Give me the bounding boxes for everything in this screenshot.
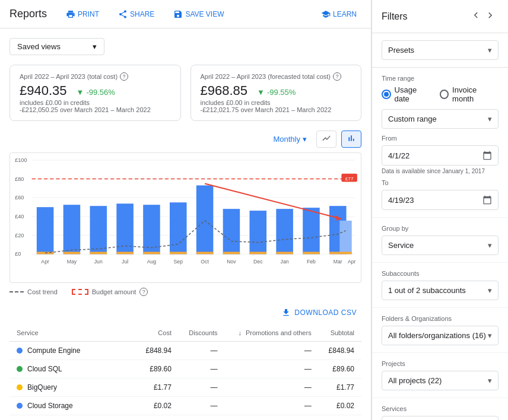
service-color-dot (17, 366, 23, 372)
projects-section: Projects All projects (22) ▾ (372, 353, 508, 398)
from-date-value: 4/1/22 (388, 151, 409, 160)
svg-rect-27 (223, 252, 240, 254)
cost-table: Service Cost Discounts ↓ Promotions and … (9, 324, 361, 420)
learn-button[interactable]: LEARN (316, 7, 361, 21)
custom-range-dropdown[interactable]: Custom range ▾ (382, 109, 499, 129)
download-row: DOWNLOAD CSV (9, 306, 361, 320)
presets-section: Presets ▾ (372, 33, 508, 68)
service-color-dot (17, 403, 23, 409)
service-color-dot (17, 384, 23, 390)
table-row: Kubernetes Engine £0.01 — — £0.01 (9, 415, 361, 421)
forecasted-cost-help-icon[interactable]: ? (333, 72, 341, 81)
subaccounts-value: 1 out of 2 subaccounts (388, 286, 466, 295)
share-button[interactable]: SHARE (113, 7, 159, 21)
folders-orgs-dropdown[interactable]: All folders/organizations (16) ▾ (382, 326, 499, 345)
promotions-cell-2: — (225, 378, 319, 397)
presets-dropdown[interactable]: Presets ▾ (382, 40, 499, 60)
time-range-section: Time range Usage date Invoice month Cust… (372, 68, 508, 218)
projects-chevron-icon: ▾ (488, 376, 492, 385)
services-dropdown[interactable]: All services (14) ▾ (382, 416, 499, 420)
svg-rect-17 (90, 252, 107, 254)
save-icon (173, 9, 183, 19)
promotions-cell-1: — (225, 360, 319, 378)
header-actions: PRINT SHARE SAVE VIEW (61, 7, 228, 21)
invoice-month-radio[interactable]: Invoice month (440, 85, 499, 103)
saved-views-chevron-icon: ▾ (93, 42, 97, 51)
service-cell-3: Cloud Storage (9, 397, 136, 415)
budget-help-icon[interactable]: ? (139, 288, 148, 296)
total-cost-amount: £940.35 (20, 83, 67, 98)
svg-rect-23 (170, 252, 187, 254)
total-cost-card: April 2022 – April 2023 (total cost) ? £… (9, 65, 181, 121)
projects-dropdown[interactable]: All projects (22) ▾ (382, 371, 499, 390)
bar-chart-button[interactable] (341, 131, 361, 148)
from-date-input[interactable]: 4/1/22 (382, 145, 499, 166)
forecasted-cost-row: £968.85 ▼ -99.55% (201, 83, 352, 99)
col-service: Service (9, 324, 136, 342)
col-cost: Cost (136, 324, 179, 342)
svg-rect-25 (196, 252, 214, 254)
forecasted-cost-amount: £968.85 (201, 83, 248, 98)
collapse-filters-button[interactable] (468, 7, 499, 26)
svg-text:Dec: Dec (253, 259, 263, 265)
subtotal-cell-4: £0.01 (319, 415, 361, 421)
projects-value: All projects (22) (388, 376, 442, 385)
svg-text:May: May (67, 259, 77, 265)
to-date-input[interactable]: 4/19/23 (382, 190, 499, 210)
filters-panel: Filters Presets ▾ Time range Usage date … (372, 0, 508, 420)
download-icon (281, 308, 291, 317)
promotions-cell-0: — (225, 342, 319, 360)
svg-text:Oct: Oct (201, 259, 209, 265)
save-view-button[interactable]: SAVE VIEW (169, 7, 228, 21)
subtotal-cell-0: £848.94 (319, 342, 361, 360)
download-csv-button[interactable]: DOWNLOAD CSV (277, 306, 361, 320)
custom-range-chevron-icon: ▾ (488, 114, 492, 123)
saved-views-dropdown[interactable]: Saved views ▾ (9, 38, 104, 55)
svg-rect-37 (339, 252, 351, 254)
print-icon (66, 9, 75, 19)
monthly-button[interactable]: Monthly ▾ (268, 132, 312, 146)
subaccounts-chevron-icon: ▾ (488, 286, 492, 295)
svg-text:Jun: Jun (94, 259, 103, 265)
cost-trend-label: Cost trend (27, 288, 58, 295)
svg-text:Jul: Jul (122, 259, 128, 265)
total-cost-includes: includes £0.00 in credits (20, 99, 171, 106)
cost-trend-dash-icon (9, 291, 24, 292)
filters-header: Filters (372, 0, 508, 33)
learn-icon (321, 9, 331, 19)
monthly-chevron-icon: ▾ (303, 135, 307, 144)
svg-text:Nov: Nov (227, 259, 236, 265)
service-name: Cloud SQL (27, 365, 62, 373)
col-discounts: Discounts (179, 324, 225, 342)
table-row: Cloud SQL £89.60 — — £89.60 (9, 360, 361, 378)
filters-title: Filters (382, 11, 408, 22)
svg-text:Jan: Jan (281, 259, 289, 265)
print-button[interactable]: PRINT (61, 7, 104, 21)
table-row: Cloud Storage £0.02 — — £0.02 (9, 397, 361, 415)
subtotal-cell-3: £0.02 (319, 397, 361, 415)
line-chart-button[interactable] (316, 131, 336, 148)
svg-rect-33 (303, 252, 320, 254)
budget-amount-legend: Budget amount ? (72, 288, 148, 296)
total-cost-row: £940.35 ▼ -99.56% (20, 83, 171, 99)
calendar-to-icon (482, 195, 492, 205)
group-by-dropdown[interactable]: Service ▾ (382, 236, 499, 255)
svg-rect-15 (64, 252, 81, 254)
subaccounts-dropdown[interactable]: 1 out of 2 subaccounts ▾ (382, 281, 499, 300)
download-label: DOWNLOAD CSV (294, 308, 357, 317)
chart-container: £100 £80 £60 £40 £20 £0 (9, 152, 361, 283)
group-by-label: Group by (382, 225, 499, 232)
discounts-cell-4: — (179, 415, 225, 421)
subaccounts-label: Subaccounts (382, 270, 499, 277)
usage-date-radio[interactable]: Usage date (382, 85, 433, 103)
chart-controls: Monthly ▾ (9, 131, 361, 148)
svg-text:£40: £40 (15, 214, 24, 219)
total-cost-title: April 2022 – April 2023 (total cost) ? (20, 72, 171, 81)
col-subtotal: Subtotal (319, 324, 361, 342)
svg-rect-26 (223, 209, 240, 254)
main-panel: Reports PRINT SHARE SAVE VIEW LEARN Save… (0, 0, 372, 420)
folders-orgs-section: Folders & Organizations All folders/orga… (372, 308, 508, 353)
promotions-cell-4: — (225, 415, 319, 421)
services-section: Services All services (14) ▾ (372, 398, 508, 420)
total-cost-help-icon[interactable]: ? (120, 72, 128, 81)
